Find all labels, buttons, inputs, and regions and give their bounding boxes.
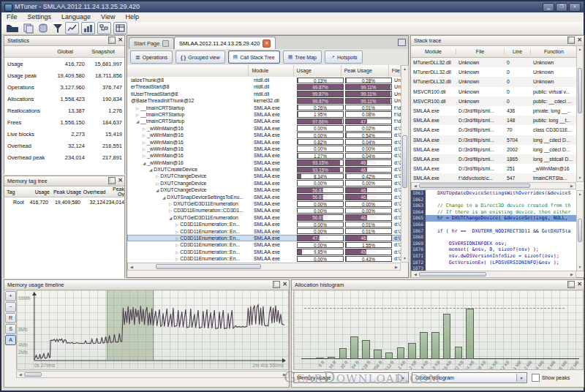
statistics-row[interactable]: Overhead peak 234,014 217,891	[4, 151, 124, 163]
source-line[interactable]: 1865 hr = DXUTChangeDevice( &deviceSetti…	[411, 215, 576, 222]
timeline-tool-button[interactable]: R	[5, 313, 16, 323]
source-line[interactable]: 1868	[411, 234, 576, 241]
expand-arrow-icon[interactable]: ◢	[136, 119, 139, 124]
source-line[interactable]: 1866	[411, 222, 576, 228]
timeline-tool-button[interactable]: +	[5, 291, 16, 301]
close-panel-icon[interactable]: ✕	[577, 282, 582, 287]
expand-arrow-icon[interactable]: ▷	[143, 133, 146, 137]
histogram-scope-combo[interactable]: Global histogram ▼	[412, 372, 527, 383]
source-line[interactable]: 1870 memset( &osv, 0, sizeof(osv) );	[411, 246, 576, 253]
timeline-tool-button[interactable]: S	[5, 324, 16, 334]
statistics-row[interactable]: Usage peak 19,409,580 18,711,856	[4, 69, 124, 81]
stack-trace-row[interactable]: MTunerDLL32.dll Unknown 0 Unknown	[411, 67, 584, 77]
call-stack-row[interactable]: ▷CD3D11Enumeration::CD3D1... SMLAA.exe 0…	[127, 207, 401, 214]
statistics-row[interactable]: Live blocks 2,273 15,419	[4, 128, 124, 140]
expand-arrow-icon[interactable]: ▷	[176, 222, 178, 227]
statistics-row[interactable]: Overhead 32,124 216,551	[4, 140, 124, 151]
menu-item[interactable]: Settings	[23, 12, 57, 22]
expand-arrow-icon[interactable]: ▷	[156, 174, 159, 178]
export-database-icon[interactable]	[39, 23, 48, 34]
bar-chart-view-button[interactable]	[81, 22, 95, 34]
close-button[interactable]: ✕	[569, 3, 581, 12]
call-stack-row[interactable]: ◢_wWinMain@16 SMLAA.exe 93.15% 46.75% d:…	[127, 159, 401, 166]
close-panel-icon[interactable]: ✕	[577, 37, 582, 43]
source-line[interactable]: 1861 DXUTUpdateDeviceSettingsWithOverrid…	[411, 190, 576, 197]
expand-arrow-icon[interactable]: ▷	[136, 113, 139, 117]
stack-trace-row[interactable]: MSVCR100.dll Unknown 0 public: virtual v…	[411, 87, 584, 97]
menu-item[interactable]: File	[1, 12, 23, 22]
stack-trace-row[interactable]: SMLAA.exe D:/3rd/filip/sml... 5704 long …	[411, 135, 584, 145]
float-panel-icon[interactable]	[273, 281, 280, 288]
call-stack-row[interactable]: ▷CD3D11Enumeration::En... SMLAA.exe 0.00…	[127, 221, 401, 227]
source-line[interactable]: 1869 OSVERSIONINFOEX osv;	[411, 241, 576, 247]
stack-trace-row[interactable]: SMLAA.exe D:/3rd/filip/sml... 2002 long …	[411, 145, 584, 154]
filter-funnel-icon[interactable]	[53, 23, 63, 34]
tab-close-icon[interactable]: ✕	[263, 39, 271, 48]
line-chart-view-button[interactable]	[65, 22, 79, 34]
stack-trace-row[interactable]: MSVCR100.dll Unknown 0 public: __cdecl .…	[411, 97, 584, 106]
stack-trace-row[interactable]: SMLAA.exe D:/3rd/filip/sml... 148 public…	[411, 116, 584, 125]
expand-arrow-icon[interactable]: ◢	[156, 188, 159, 192]
tab-start-page[interactable]: Start Page	[129, 37, 174, 49]
call-stack-row[interactable]: ▷_wWinMain@16 SMLAA.exe 1.27% 0.04% d:\3…	[127, 152, 401, 159]
columns-view-button[interactable]	[113, 22, 127, 34]
checkbox-box[interactable]	[532, 374, 540, 382]
expand-arrow-icon[interactable]: ◢	[162, 195, 165, 200]
chart-type-combo[interactable]: Memory usage ▼	[293, 372, 409, 383]
call-stack-row[interactable]: ▷CD3D11Enumeration::En... SMLAA.exe 0.00…	[127, 241, 401, 248]
expand-arrow-icon[interactable]: ◢	[143, 161, 146, 165]
source-vscrollbar[interactable]: ▲ ▼	[576, 190, 584, 271]
histogram-chart[interactable]: 8 B16 B32 B64 B128 B256 B512 B1 KB2 KB4 …	[293, 290, 584, 370]
call-stack-row[interactable]: ▷DXUTChangeDevice SMLAA.exe 0.00% 0.00% …	[127, 180, 401, 186]
call-stack-row[interactable]: ▷__tmainCRTStartup SMLAA.exe 0.26% 0.01%…	[127, 105, 401, 111]
expand-arrow-icon[interactable]: ▷	[143, 127, 146, 131]
stack-trace-row[interactable]: SMLAA.exe D:/3rd/filip/sml... 436 privat…	[411, 106, 584, 116]
expand-arrow-icon[interactable]: ▷	[176, 236, 178, 241]
call-stack-row[interactable]: ▷CD3D11Enumeration::En... SMLAA.exe 0.00…	[127, 228, 401, 235]
view-hotspots-button[interactable]: 📍︎Hotspots	[325, 50, 363, 64]
expand-arrow-icon[interactable]: ▷	[143, 140, 146, 145]
float-panel-icon[interactable]	[567, 37, 575, 44]
call-stack-row[interactable]: ▷__tmainCRTStartup SMLAA.exe 1.95% 0.08%…	[127, 111, 401, 118]
stack-trace-hscrollbar[interactable]: ◀ ▶	[411, 182, 576, 189]
open-folder-icon[interactable]	[6, 23, 19, 34]
minimize-button[interactable]: ▁	[543, 3, 554, 12]
stack-trace-row[interactable]: SMLAA.exe D:/3rd/filip/sml... 1865 long …	[411, 154, 584, 164]
expand-arrow-icon[interactable]: ▷	[156, 181, 159, 186]
source-line[interactable]: 1867 if ( hr == DXUTERR_NODIRECT3D11 && …	[411, 228, 576, 235]
source-line[interactable]: 1864 // If there is an existing device, …	[411, 209, 576, 216]
statistics-row[interactable]: Operations 3,127,960 376,747	[4, 81, 124, 93]
stack-trace-row[interactable]: MTunerDLL32.dll Unknown 0 Unknown	[411, 58, 584, 67]
view-tree-map-button[interactable]: ▦Tree Map	[283, 50, 322, 64]
dock-window-icon[interactable]	[398, 39, 406, 46]
source-line[interactable]: 1872 GetVersionEx( (LPOSVERSIONINFO)&osv…	[411, 260, 576, 266]
show-peaks-checkbox[interactable]: Show peaks	[532, 374, 570, 382]
call-stack-row[interactable]: erThreadStart@8 ntdll.dll 99.87% 99.11% …	[127, 83, 401, 90]
timeline-chart[interactable]: 16Mb 8Mb 4Mb 2Mb 0s 279ms 2m 40s 550ms	[16, 290, 289, 370]
expand-arrow-icon[interactable]: ▷	[176, 250, 178, 255]
menu-item[interactable]: Help	[120, 12, 144, 22]
statistics-row[interactable]: Frees 1,556,150 184,637	[4, 116, 124, 128]
expand-arrow-icon[interactable]: ▷	[176, 243, 178, 247]
tab-session[interactable]: SMLAA.2012.11.24.13.25.29.420 ✕	[174, 37, 276, 50]
timeline-tool-button[interactable]: −	[5, 302, 16, 312]
source-hscrollbar[interactable]: ◀ ▶	[411, 271, 576, 278]
float-panel-icon[interactable]	[108, 37, 116, 44]
statistics-row[interactable]: Usage 416,720 15,681,997	[4, 58, 124, 69]
source-line[interactable]: 1871 osv.dwOSVersionInfoSize = sizeof(os…	[411, 253, 576, 260]
call-stack-row[interactable]: tlUserThreadStart@8 ntdll.dll 99.87% 99.…	[127, 91, 401, 97]
expand-arrow-icon[interactable]: ▷	[169, 202, 172, 206]
call-stack-row[interactable]: ▷CD3D11Enumeration::En... SMLAA.exe 9.85…	[127, 249, 401, 255]
close-panel-icon[interactable]: ✕	[118, 37, 123, 43]
menu-item[interactable]: Language	[56, 12, 96, 22]
call-stack-row[interactable]: ▷CD3D11Enumeration::En... SMLAA.exe 47.8…	[127, 235, 401, 241]
memory-tag-row[interactable]: Root 416,720 19,409,580 32,124 234,014	[4, 197, 124, 207]
call-stack-vscrollbar[interactable]: ▲ ▼	[401, 65, 409, 263]
close-panel-icon[interactable]: ✕	[118, 178, 123, 184]
call-stack-row[interactable]: ◢DXUTGetD3D11Enumeration SMLAA.exe 56.87…	[127, 214, 401, 221]
float-panel-icon[interactable]	[108, 177, 116, 184]
statistics-row[interactable]: Reallocations 13,387 1,276	[4, 105, 124, 116]
timeline-hscrollbar[interactable]: ◀ ▶	[16, 371, 289, 378]
view-operations-button[interactable]: ≣Operations	[130, 50, 173, 64]
source-line[interactable]: 1863 // Change to a Direct3D device crea…	[411, 203, 576, 209]
